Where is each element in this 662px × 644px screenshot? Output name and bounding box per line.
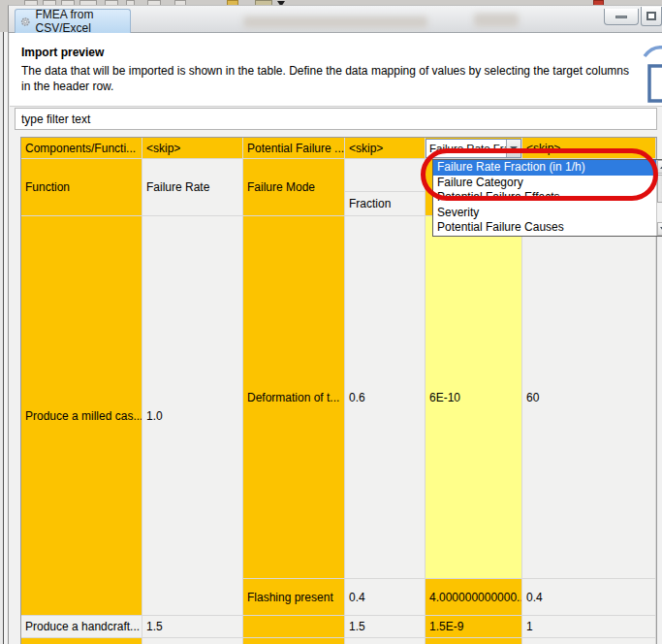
minimize-icon bbox=[615, 16, 627, 18]
screen: FMEA from CSV/Excel Import preview The d… bbox=[0, 0, 662, 644]
cell-failure-rate: Failure Rate bbox=[142, 159, 243, 216]
cell-deformation-fraction: 0.6 bbox=[345, 216, 426, 579]
cell-partial bbox=[345, 638, 426, 644]
annotation-oval bbox=[421, 148, 658, 201]
dialog-tab[interactable]: FMEA from CSV/Excel bbox=[15, 9, 131, 33]
minimize-button[interactable] bbox=[604, 9, 639, 25]
dropdown-item-potential-failure-causes[interactable]: Potential Failure Causes bbox=[433, 220, 656, 236]
import-page-icon bbox=[641, 41, 662, 107]
column-header-skip-2[interactable]: <skip> bbox=[345, 138, 426, 159]
scroll-down-button[interactable] bbox=[657, 222, 662, 236]
cell-flashing-rate-fraction: 4.000000000000... bbox=[426, 579, 522, 616]
page-description-line2: in the header row. bbox=[21, 80, 632, 93]
cell-handcraft-severity: 1 bbox=[522, 616, 656, 638]
dialog-header-banner: Import preview The data that will be imp… bbox=[10, 33, 662, 107]
cell-deformation-mode: Deformation of t... bbox=[243, 216, 345, 579]
column-header-components[interactable]: Components/Functi... bbox=[21, 138, 142, 159]
dialog-title: FMEA from CSV/Excel bbox=[36, 8, 131, 35]
background-smudge bbox=[474, 14, 519, 27]
page-title: Import preview bbox=[21, 46, 104, 59]
cell-partial bbox=[142, 638, 243, 644]
cell-failure-mode: Failure Mode bbox=[243, 159, 345, 216]
column-header-skip-1[interactable]: <skip> bbox=[142, 138, 243, 159]
dialog-titlebar: FMEA from CSV/Excel bbox=[9, 6, 662, 33]
cell-partial bbox=[243, 638, 345, 644]
cell-produce-handcraft: Produce a handcraft... bbox=[21, 616, 142, 638]
cell-flashing-fraction: 0.4 bbox=[345, 579, 426, 616]
cell-handcraft-fraction: 1.5 bbox=[345, 616, 426, 638]
maximize-icon bbox=[646, 12, 656, 20]
column-header-potential-failure[interactable]: Potential Failure ... bbox=[243, 138, 345, 159]
cell-flashing-mode: Flashing present bbox=[243, 579, 345, 616]
cell-deformation-severity: 60 bbox=[522, 216, 656, 579]
cell-empty bbox=[345, 159, 426, 192]
scrollbar-thumb[interactable] bbox=[657, 175, 662, 203]
filter-input[interactable] bbox=[15, 108, 657, 130]
fmea-import-dialog: FMEA from CSV/Excel Import preview The d… bbox=[8, 5, 662, 644]
cell-handcraft-rate-fraction: 1.5E-9 bbox=[426, 616, 522, 638]
maximize-button[interactable] bbox=[641, 7, 662, 26]
cell-partial bbox=[522, 638, 656, 644]
cell-partial bbox=[21, 638, 142, 644]
background-smudge bbox=[243, 16, 427, 28]
cell-milled-failure-rate: 1.0 bbox=[142, 216, 243, 616]
cell-deformation-rate-fraction: 6E-10 bbox=[426, 216, 522, 579]
page-description-line1: The data that will be imported is shown … bbox=[21, 64, 632, 78]
dropdown-item-severity[interactable]: Severity bbox=[433, 206, 656, 221]
cell-function: Function bbox=[21, 159, 142, 216]
cell-fraction: Fraction bbox=[345, 192, 426, 216]
cell-flashing-severity: 0.4 bbox=[522, 579, 656, 616]
cell-partial bbox=[426, 638, 522, 644]
cell-produce-milled: Produce a milled cas... bbox=[21, 216, 142, 616]
cell-empty bbox=[243, 616, 345, 638]
cell-handcraft-failure-rate: 1.5 bbox=[142, 616, 243, 638]
gear-icon bbox=[20, 16, 31, 28]
